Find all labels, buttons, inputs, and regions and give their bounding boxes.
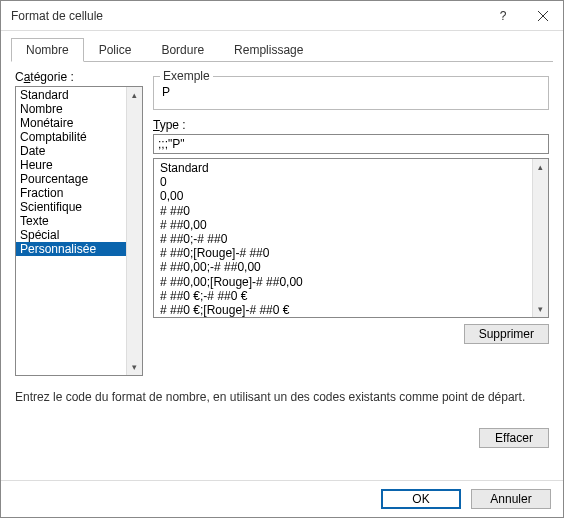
delete-button[interactable]: Supprimer — [464, 324, 549, 344]
tab-bordure[interactable]: Bordure — [146, 38, 219, 62]
tab-content: Catégorie : Standard Nombre Monétaire Co… — [1, 62, 563, 480]
format-item[interactable]: # ##0 €;-# ##0 € — [160, 289, 526, 303]
format-item[interactable]: # ##0;[Rouge]-# ##0 — [160, 246, 526, 260]
category-item-texte[interactable]: Texte — [16, 214, 126, 228]
format-list: Standard 0 0,00 # ##0 # ##0,00 # ##0;-# … — [154, 159, 532, 317]
help-button[interactable]: ? — [483, 1, 523, 31]
format-listbox[interactable]: Standard 0 0,00 # ##0 # ##0,00 # ##0;-# … — [153, 158, 549, 318]
tab-nombre[interactable]: Nombre — [11, 38, 84, 62]
close-button[interactable] — [523, 1, 563, 31]
format-item[interactable]: # ##0;-# ##0 — [160, 232, 526, 246]
category-listbox[interactable]: Standard Nombre Monétaire Comptabilité D… — [15, 86, 143, 376]
category-label: Catégorie : — [15, 70, 143, 84]
category-item-scientifique[interactable]: Scientifique — [16, 200, 126, 214]
format-item[interactable]: # ##0 €;[Rouge]-# ##0 € — [160, 303, 526, 317]
titlebar: Format de cellule ? — [1, 1, 563, 31]
example-value: P — [162, 85, 540, 99]
close-icon — [538, 11, 548, 21]
tab-police[interactable]: Police — [84, 38, 147, 62]
scroll-up-icon[interactable]: ▴ — [533, 159, 549, 175]
category-item-personnalisee[interactable]: Personnalisée — [16, 242, 126, 256]
help-icon: ? — [500, 9, 507, 23]
hint-text: Entrez le code du format de nombre, en u… — [15, 390, 549, 404]
format-item[interactable]: # ##0 — [160, 204, 526, 218]
tabs: Nombre Police Bordure Remplissage — [11, 37, 553, 62]
category-list: Standard Nombre Monétaire Comptabilité D… — [16, 87, 126, 375]
dialog-title: Format de cellule — [11, 9, 483, 23]
tab-remplissage[interactable]: Remplissage — [219, 38, 318, 62]
type-input[interactable] — [153, 134, 549, 154]
format-item[interactable]: # ##0,00 — [160, 218, 526, 232]
format-item[interactable]: # ##0,00;-# ##0,00 — [160, 260, 526, 274]
category-item-special[interactable]: Spécial — [16, 228, 126, 242]
category-item-nombre[interactable]: Nombre — [16, 102, 126, 116]
category-item-pourcentage[interactable]: Pourcentage — [16, 172, 126, 186]
format-item[interactable]: Standard — [160, 161, 526, 175]
format-scrollbar[interactable]: ▴ ▾ — [532, 159, 548, 317]
category-item-heure[interactable]: Heure — [16, 158, 126, 172]
category-item-monetaire[interactable]: Monétaire — [16, 116, 126, 130]
scroll-down-icon[interactable]: ▾ — [533, 301, 549, 317]
category-scrollbar[interactable]: ▴ ▾ — [126, 87, 142, 375]
category-item-standard[interactable]: Standard — [16, 88, 126, 102]
cancel-button[interactable]: Annuler — [471, 489, 551, 509]
example-label: Exemple — [160, 69, 213, 83]
scroll-up-icon[interactable]: ▴ — [127, 87, 143, 103]
scroll-down-icon[interactable]: ▾ — [127, 359, 143, 375]
clear-button[interactable]: Effacer — [479, 428, 549, 448]
format-item[interactable]: # ##0,00;[Rouge]-# ##0,00 — [160, 275, 526, 289]
category-item-fraction[interactable]: Fraction — [16, 186, 126, 200]
category-item-date[interactable]: Date — [16, 144, 126, 158]
format-item[interactable]: 0,00 — [160, 189, 526, 203]
type-label: Type : — [153, 118, 549, 132]
category-item-comptabilite[interactable]: Comptabilité — [16, 130, 126, 144]
example-box: Exemple P — [153, 76, 549, 110]
footer: OK Annuler — [1, 480, 563, 517]
ok-button[interactable]: OK — [381, 489, 461, 509]
format-item[interactable]: 0 — [160, 175, 526, 189]
